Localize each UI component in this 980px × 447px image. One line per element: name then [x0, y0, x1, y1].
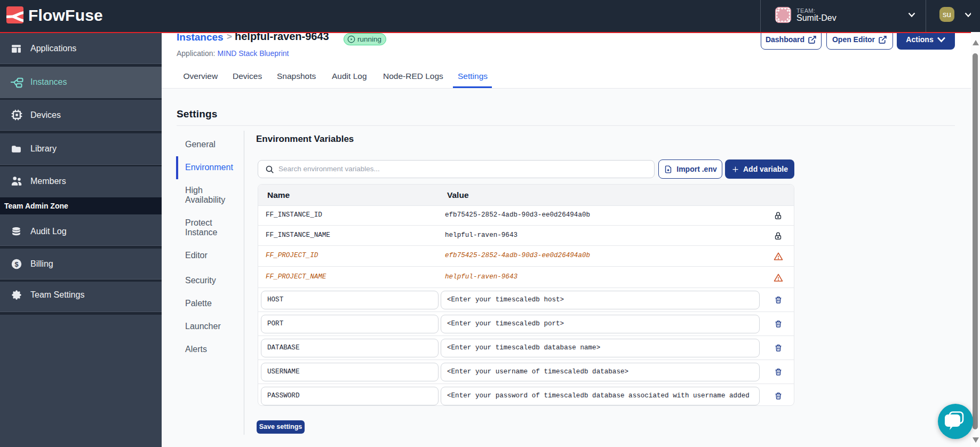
svg-text:$: $ — [14, 260, 18, 268]
